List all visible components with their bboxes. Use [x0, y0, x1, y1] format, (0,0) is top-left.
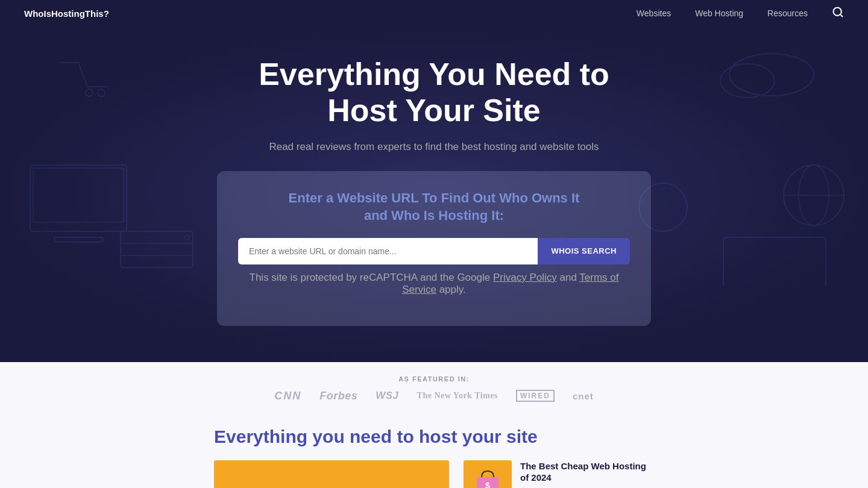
content-section: Everything you need to host your site [0, 408, 868, 488]
svg-line-1 [840, 14, 843, 16]
whois-search-button[interactable]: WHOIS SEARCH [538, 238, 630, 264]
nav-web-hosting[interactable]: Web Hosting [695, 8, 743, 18]
svg-text:$: $ [485, 481, 490, 488]
svg-point-10 [184, 235, 189, 240]
svg-rect-17 [723, 237, 826, 286]
featured-section: AS FEATURED IN: CNN Forbes WSJ The New Y… [0, 362, 868, 408]
main-article-image [214, 460, 449, 488]
logo-cnet: cnet [573, 391, 594, 401]
logo-nyt: The New York Times [417, 391, 498, 401]
logo-wsj: WSJ [376, 390, 398, 402]
hero-section: Everything You Need to Host Your Site Re… [0, 27, 868, 362]
search-input[interactable] [238, 238, 538, 264]
navbar: WhoIsHostingThis? Websites Web Hosting R… [0, 0, 868, 27]
svg-rect-7 [121, 231, 193, 267]
logo-wired: WIRED [516, 390, 555, 402]
search-heading: Enter a Website URL To Find Out Who Owns… [238, 189, 630, 225]
svg-point-13 [98, 89, 105, 96]
svg-point-15 [799, 165, 829, 225]
featured-label: AS FEATURED IN: [12, 375, 856, 383]
nav-websites[interactable]: Websites [637, 8, 671, 18]
search-box: Enter a Website URL To Find Out Who Owns… [217, 171, 651, 326]
svg-point-12 [86, 89, 93, 96]
svg-rect-19 [214, 460, 449, 488]
svg-point-6 [720, 64, 775, 98]
section-title: Everything you need to host your site [214, 427, 654, 447]
logo-forbes: Forbes [319, 390, 357, 402]
svg-rect-2 [30, 165, 127, 231]
content-grid: $ The Best Cheap Web Hosting of 2024 Loo… [214, 460, 654, 488]
featured-logos: CNN Forbes WSJ The New York Times WIRED … [12, 390, 856, 402]
search-row: WHOIS SEARCH [238, 238, 630, 264]
nav-resources[interactable]: Resources [767, 8, 808, 18]
article-thumb-cheap-hosting: $ [464, 460, 512, 488]
svg-point-14 [784, 165, 844, 225]
side-articles: $ The Best Cheap Web Hosting of 2024 Loo… [464, 460, 654, 488]
svg-rect-3 [54, 237, 102, 242]
svg-rect-4 [33, 168, 124, 222]
search-icon[interactable] [832, 6, 844, 21]
article-info-cheap-hosting: The Best Cheap Web Hosting of 2024 Looki… [520, 460, 654, 488]
article-card-cheap-hosting: $ The Best Cheap Web Hosting of 2024 Loo… [464, 460, 654, 488]
hero-title: Everything You Need to Host Your Site [223, 57, 645, 129]
logo-cnn: CNN [274, 390, 301, 402]
brand-logo[interactable]: WhoIsHostingThis? [24, 8, 109, 19]
hero-subtitle: Read real reviews from experts to find t… [269, 141, 599, 153]
svg-point-5 [729, 54, 814, 96]
recaptcha-notice: This site is protected by reCAPTCHA and … [238, 272, 630, 296]
article-title-cheap[interactable]: The Best Cheap Web Hosting of 2024 [520, 460, 654, 484]
privacy-policy-link[interactable]: Privacy Policy [493, 272, 557, 283]
